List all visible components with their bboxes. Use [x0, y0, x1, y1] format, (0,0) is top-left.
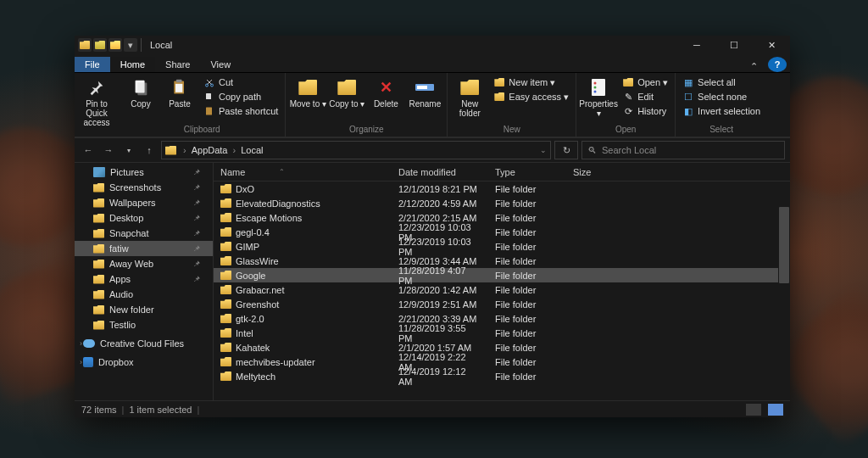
sidebar-item-desktop[interactable]: Desktop📌︎ [75, 210, 213, 226]
table-row[interactable]: Meltytech12/4/2019 12:12 AMFile folder [214, 369, 790, 383]
qat-chevron-down-icon[interactable]: ▾ [124, 38, 137, 52]
table-row[interactable]: DxO12/1/2019 8:21 PMFile folder [214, 182, 790, 196]
view-details-button[interactable] [746, 404, 761, 416]
sidebar-item-snapchat[interactable]: Snapchat📌︎ [75, 226, 213, 241]
breadcrumb[interactable]: AppData [192, 145, 228, 155]
sidebar-item-fatiw[interactable]: fatiw📌︎ [75, 241, 213, 256]
table-row[interactable]: ElevatedDiagnostics2/12/2020 4:59 AMFile… [214, 196, 790, 210]
sidebar-item-label: Screenshots [109, 182, 161, 193]
maximize-button[interactable]: ☐ [715, 36, 753, 54]
sidebar-item-label: Creative Cloud Files [100, 338, 184, 349]
pin-icon: 📌︎ [193, 260, 201, 268]
folder-icon [220, 256, 231, 265]
table-row[interactable]: mechvibes-updater12/14/2019 2:22 AMFile … [214, 355, 790, 369]
sidebar-item-testlio[interactable]: Testlio [75, 317, 213, 332]
column-date[interactable]: Date modified [392, 167, 488, 177]
sidebar-item-pictures[interactable]: Pictures📌︎ [75, 165, 213, 180]
svg-rect-1 [137, 83, 147, 96]
recent-chevron-down-icon[interactable]: ▾ [120, 147, 137, 154]
sort-asc-icon: ⌃ [279, 168, 285, 176]
copypath-button[interactable]: Copy path [200, 90, 281, 103]
selectall-button[interactable]: ▦Select all [679, 75, 764, 89]
file-rows[interactable]: DxO12/1/2019 8:21 PMFile folderElevatedD… [214, 182, 790, 400]
breadcrumb[interactable]: Local [241, 145, 263, 155]
cut-button[interactable]: Cut [200, 75, 281, 89]
sidebar-item-label: Wallpapers [109, 198, 156, 208]
column-size[interactable]: Size [566, 167, 617, 177]
invertselection-button[interactable]: ◧Invert selection [679, 104, 764, 118]
scrollbar[interactable] [778, 182, 790, 400]
pin-quickaccess-button[interactable]: Pin to Quick access [78, 75, 115, 127]
forward-button[interactable]: → [100, 145, 117, 155]
history-button[interactable]: ⟳History [619, 104, 671, 118]
table-row[interactable]: Escape Motions2/21/2020 2:15 AMFile fold… [214, 210, 790, 225]
titlebar: ▾ Local ─ ☐ ✕ [75, 36, 790, 54]
table-row[interactable]: GIMP12/23/2019 10:03 PMFile folder [214, 239, 790, 254]
sidebar-item-creative-cloud-files[interactable]: ›Creative Cloud Files [75, 336, 213, 351]
newfolder-button[interactable]: New folder [451, 75, 488, 118]
sidebar-item-away-web[interactable]: Away Web📌︎ [75, 256, 213, 271]
view-large-button[interactable] [768, 404, 783, 416]
copy-button[interactable]: Copy [122, 75, 159, 109]
back-button[interactable]: ← [80, 145, 97, 155]
pin-icon: 📌︎ [193, 214, 201, 222]
sidebar-item-audio[interactable]: Audio [75, 287, 213, 302]
delete-button[interactable]: ✕Delete [367, 75, 404, 109]
table-row[interactable]: Kahatek2/1/2020 1:57 AMFile folder [214, 340, 790, 355]
qat-properties-icon[interactable] [93, 38, 107, 52]
sidebar-item-label: fatiw [109, 243, 129, 254]
tab-home[interactable]: Home [110, 57, 155, 72]
help-icon[interactable]: ? [768, 57, 787, 72]
open-button[interactable]: Open ▾ [619, 75, 671, 89]
address-bar[interactable]: › AppData › Local ⌄ [161, 141, 551, 159]
chevron-right-icon[interactable]: › [80, 339, 82, 348]
folder-icon [220, 343, 231, 352]
table-row[interactable]: gtk-2.02/21/2020 3:39 AMFile folder [214, 311, 790, 326]
tab-file[interactable]: File [75, 57, 110, 72]
column-name[interactable]: Name⌃ [214, 167, 392, 177]
table-row[interactable]: GlassWire12/9/2019 3:44 AMFile folder [214, 254, 790, 268]
sidebar-item-apps[interactable]: Apps📌︎ [75, 271, 213, 287]
svg-point-12 [594, 82, 597, 85]
close-button[interactable]: ✕ [753, 36, 790, 54]
column-type[interactable]: Type [488, 167, 566, 177]
file-list: Name⌃ Date modified Type Size DxO12/1/20… [214, 163, 790, 400]
pasteshortcut-button[interactable]: Paste shortcut [200, 104, 281, 118]
qat-newfolder-icon[interactable] [108, 38, 122, 52]
search-icon: 🔍︎ [587, 145, 597, 155]
qat-folder-icon[interactable] [78, 38, 92, 52]
sidebar-item-screenshots[interactable]: Screenshots📌︎ [75, 180, 213, 195]
collapse-ribbon-icon[interactable]: ⌃ [750, 61, 758, 72]
navigation-pane[interactable]: Pictures📌︎Screenshots📌︎Wallpapers📌︎Deskt… [75, 163, 214, 400]
table-row[interactable]: Google11/28/2019 4:07 PMFile folder [214, 268, 790, 282]
chevron-right-icon[interactable]: › [80, 358, 82, 366]
table-row[interactable]: gegl-0.412/23/2019 10:03 PMFile folder [214, 225, 790, 239]
properties-button[interactable]: Properties ▾ [580, 75, 617, 118]
tab-share[interactable]: Share [155, 57, 200, 72]
sidebar-item-new-folder[interactable]: New folder [75, 302, 213, 317]
paste-button[interactable]: Paste [161, 75, 198, 109]
search-input[interactable]: 🔍︎ Search Local [581, 141, 785, 159]
table-row[interactable]: Greenshot12/9/2019 2:51 AMFile folder [214, 297, 790, 311]
easyaccess-button[interactable]: Easy access ▾ [490, 90, 572, 103]
minimize-button[interactable]: ─ [678, 36, 715, 54]
table-row[interactable]: Intel11/28/2019 3:55 PMFile folder [214, 326, 790, 340]
tab-view[interactable]: View [200, 57, 241, 72]
folder-icon [220, 357, 231, 366]
rename-button[interactable]: Rename [406, 75, 443, 109]
table-row[interactable]: Grabacr.net1/28/2020 1:42 AMFile folder [214, 282, 790, 297]
up-button[interactable]: ↑ [141, 145, 158, 155]
edit-button[interactable]: ✎Edit [619, 90, 671, 103]
sidebar-item-label: Snapchat [109, 228, 148, 238]
sidebar-item-wallpapers[interactable]: Wallpapers📌︎ [75, 195, 213, 210]
svg-point-13 [594, 87, 597, 89]
copyto-button[interactable]: Copy to ▾ [328, 75, 365, 109]
status-bar: 72 items | 1 item selected | [75, 400, 790, 417]
sidebar-item-dropbox[interactable]: ›Dropbox [75, 355, 213, 370]
folder-icon [220, 184, 231, 193]
refresh-button[interactable]: ↻ [554, 141, 578, 159]
newitem-button[interactable]: New item ▾ [490, 75, 572, 89]
pin-icon: 📌︎ [193, 198, 201, 207]
selectnone-button[interactable]: ☐Select none [679, 90, 764, 103]
moveto-button[interactable]: Move to ▾ [289, 75, 326, 109]
